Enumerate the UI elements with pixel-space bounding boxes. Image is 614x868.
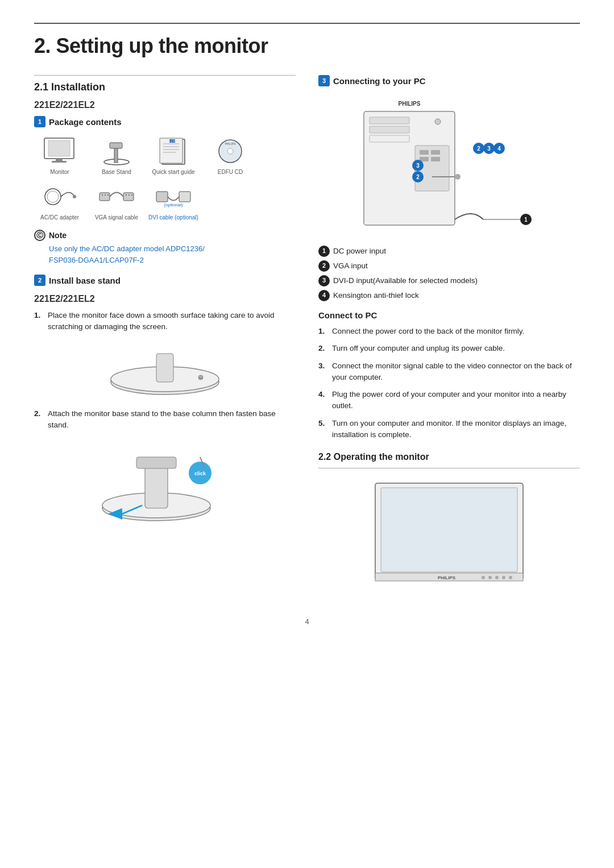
dvi-cable-icon: (optional): [154, 181, 193, 212]
note-icon: Ⓒ: [34, 230, 45, 241]
svg-rect-21: [99, 193, 110, 201]
right-column: 3 Connecting to your PC PHILIPS: [318, 75, 580, 600]
pkg-vga-label: VGA signal cable: [95, 214, 138, 221]
note-header: Ⓒ Note: [34, 230, 296, 241]
connect-step-2: 2. Turn off your computer and unplug its…: [318, 343, 580, 354]
svg-text:click: click: [194, 471, 206, 476]
connect-steps-list: 1. Connect the power cord to the back of…: [318, 326, 580, 441]
monitor-icon: [40, 135, 80, 167]
svg-point-76: [482, 576, 485, 579]
model-label-1: 221E2/221EL2: [34, 100, 296, 110]
svg-point-24: [105, 194, 106, 196]
pkg-adapter-label: AC/DC adapter: [40, 214, 79, 221]
note-title: Note: [49, 231, 67, 240]
connector-4: 4 Kensington anti-thief lock: [318, 290, 580, 301]
step2-row: 2 Install base stand: [34, 275, 296, 286]
svg-text:4: 4: [497, 146, 501, 152]
svg-rect-48: [370, 117, 409, 124]
svg-point-80: [509, 576, 512, 579]
svg-rect-22: [123, 193, 134, 201]
step3-row: 3 Connecting to your PC: [318, 75, 580, 86]
connector-label-2: VGA input: [333, 261, 368, 272]
svg-rect-73: [381, 488, 517, 572]
page-number: 4: [34, 617, 580, 626]
svg-rect-40: [136, 457, 176, 468]
pkg-stand-label: Base Stand: [102, 169, 131, 175]
svg-rect-50: [370, 135, 409, 142]
pkg-guide-label: Quick start guide: [152, 169, 194, 175]
install-step2-num: 2.: [34, 408, 43, 431]
install-step1-text: Place the monitor face down a smooth sur…: [48, 310, 296, 333]
pkg-monitor-label: Monitor: [50, 169, 69, 175]
svg-rect-3: [52, 161, 67, 163]
step2-badge: 2: [34, 275, 45, 286]
connector-3: 3 DVI-D input(Available for selected mod…: [318, 275, 580, 286]
svg-rect-1: [48, 140, 70, 156]
section-21-title: 2.1 Installation: [34, 81, 296, 93]
svg-point-51: [435, 119, 441, 124]
adapter-icon: [40, 181, 80, 212]
svg-text:3: 3: [487, 146, 491, 152]
svg-rect-56: [431, 157, 440, 161]
connector-label-1: DC power input: [333, 246, 386, 257]
guide-icon: LCD: [154, 135, 193, 167]
pkg-cd-label: EDFU CD: [218, 169, 243, 175]
vga-cable-icon: [97, 181, 136, 212]
svg-point-20: [73, 195, 76, 198]
connect-step-1: 1. Connect the power cord to the back of…: [318, 326, 580, 337]
step3-badge: 3: [318, 75, 330, 86]
svg-rect-53: [420, 150, 429, 155]
step2-label: Install base stand: [49, 276, 121, 285]
connector-2: 2 VGA input: [318, 260, 580, 272]
connector-label-4: Kensington anti-thief lock: [333, 290, 419, 301]
stand-diagram-2-svg: click: [91, 440, 239, 531]
svg-point-78: [495, 576, 499, 579]
pkg-cd: PHILIPS EDFU CD: [205, 135, 256, 175]
connect-step3-num: 3.: [318, 360, 327, 384]
svg-point-77: [488, 576, 492, 579]
connect-step2-text: Turn off your computer and unplug its po…: [332, 343, 505, 354]
svg-rect-39: [145, 463, 168, 508]
model-label-2: 221E2/221EL2: [34, 294, 296, 304]
connector-badge-1: 1: [318, 246, 330, 257]
cd-icon: PHILIPS: [210, 135, 250, 167]
install-step2-text: Attach the monitor base stand to the bas…: [48, 408, 296, 431]
svg-rect-30: [179, 192, 190, 202]
connect-step-3: 3. Connect the monitor signal cable to t…: [318, 360, 580, 384]
step1-row: 1 Package contents: [34, 116, 296, 127]
svg-point-26: [126, 194, 127, 196]
svg-point-28: [131, 194, 132, 196]
install-list: 1. Place the monitor face down a smooth …: [34, 310, 296, 333]
svg-text:2: 2: [416, 174, 420, 180]
stand-icon: [97, 135, 136, 167]
pkg-dvi: (optional) DVI cable (optional): [148, 181, 199, 221]
step3-label: Connecting to your PC: [333, 76, 426, 86]
svg-rect-49: [370, 126, 409, 133]
svg-point-16: [227, 148, 233, 154]
svg-point-23: [102, 194, 103, 196]
note-box: Ⓒ Note Use only the AC/DC adapter model …: [34, 230, 296, 265]
monitor-front-diagram: PHILIPS: [318, 477, 580, 591]
stand-diagram-1-area: —: [34, 342, 296, 399]
connect-step1-num: 1.: [318, 326, 327, 337]
step1-label: Package contents: [49, 117, 122, 127]
connector-badge-3: 3: [318, 275, 330, 286]
section-22-title: 2.2 Operating the monitor: [318, 452, 580, 462]
pc-diagram-svg: PHILIPS 4 3 2: [358, 94, 540, 236]
svg-text:1: 1: [524, 217, 528, 223]
pkg-monitor: Monitor: [34, 135, 85, 175]
svg-text:PHILIPS: PHILIPS: [225, 142, 236, 146]
connect-step4-text: Plug the power cord of your computer and…: [332, 389, 580, 412]
svg-text:PHILIPS: PHILIPS: [438, 575, 456, 580]
connector-badge-2: 2: [318, 260, 330, 272]
pc-diagram-area: PHILIPS 4 3 2: [318, 94, 580, 236]
svg-rect-34: [156, 354, 173, 382]
svg-point-25: [107, 194, 109, 196]
connect-step5-num: 5.: [318, 418, 327, 441]
connector-label-3: DVI-D input(Available for selected model…: [333, 276, 478, 286]
connect-step4-num: 4.: [318, 389, 327, 412]
install-step-1: 1. Place the monitor face down a smooth …: [34, 310, 296, 333]
pkg-stand: Base Stand: [91, 135, 142, 175]
pkg-vga: VGA signal cable: [91, 181, 142, 221]
note-text: Use only the AC/DC adapter model ADPC123…: [49, 243, 296, 265]
